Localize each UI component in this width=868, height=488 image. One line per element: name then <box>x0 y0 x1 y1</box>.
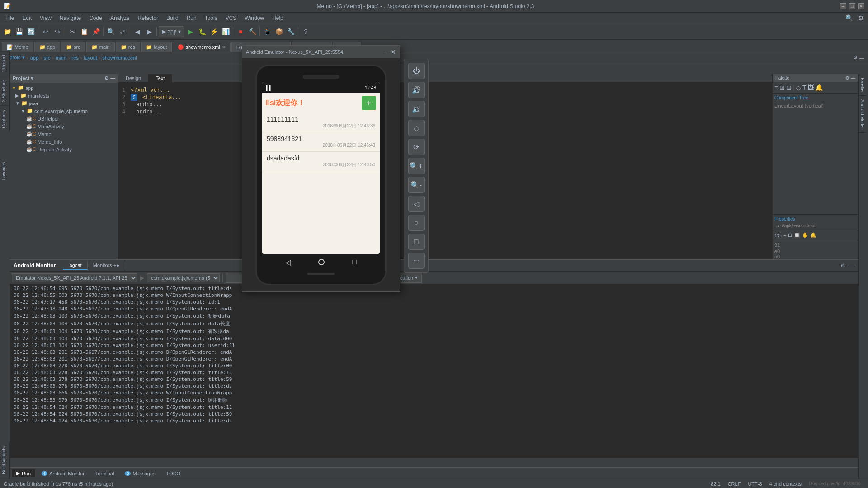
home-button[interactable]: ○ <box>408 215 425 231</box>
add-memo-button[interactable]: + <box>362 96 376 110</box>
copy-button[interactable]: 📋 <box>79 26 90 37</box>
breadcrumb-showmemo[interactable]: showmemo.xml <box>103 55 137 61</box>
back-button[interactable]: ◁ <box>408 196 425 212</box>
power-button[interactable]: ⏻ <box>408 63 425 79</box>
menu-help[interactable]: Help <box>269 14 287 22</box>
memo-item-3[interactable]: dsadadasfd 2018年06月22日 12:46:50 <box>262 152 380 171</box>
maximize-button[interactable]: □ <box>849 3 855 9</box>
run-config-dropdown[interactable]: ▶ app ▾ <box>159 26 184 37</box>
monitor-collapse[interactable]: — <box>849 263 854 269</box>
breadcrumb-src[interactable]: src <box>44 55 51 61</box>
tree-item-mainactivity[interactable]: ☕C MainActivity <box>10 122 118 130</box>
memo-item-1[interactable]: 111111111 2018年06月22日 12:46:36 <box>262 113 380 132</box>
device-select[interactable]: Emulator Nexus_5X_API_25 Android 7.1.1, … <box>12 273 137 282</box>
project-settings[interactable]: ⚙ — <box>104 75 115 81</box>
breadcrumb-settings[interactable]: ⚙ <box>853 55 858 61</box>
minimize-button[interactable]: ─ <box>840 3 846 9</box>
sdk-manager-button[interactable]: 📦 <box>274 26 284 37</box>
notification-icon[interactable]: 🔔 <box>810 232 816 238</box>
emulator-minimize-btn[interactable]: ─ <box>385 48 389 56</box>
menu-build[interactable]: Build <box>163 14 182 22</box>
palette-settings[interactable]: ⚙ — <box>845 75 855 80</box>
paste-button[interactable]: 📌 <box>90 26 101 37</box>
undo-button[interactable]: ↩ <box>40 26 51 37</box>
home-nav-button[interactable] <box>318 259 325 265</box>
tree-item-manifests[interactable]: ▶ 📁 manifests <box>10 92 118 99</box>
design-tab-design[interactable]: Design <box>118 74 148 82</box>
back-nav-button[interactable]: ◀ <box>132 26 143 37</box>
menu-run[interactable]: Run <box>183 14 200 22</box>
build-variants-tab[interactable]: Build Variants <box>0 443 10 479</box>
bottom-tab-messages[interactable]: 0 Messages <box>120 470 160 477</box>
breadcrumb-res[interactable]: res <box>72 55 79 61</box>
breadcrumb-main[interactable]: main <box>56 55 66 61</box>
more-button[interactable]: ··· <box>408 253 425 269</box>
tab-showmemo[interactable]: 🔴 showmemo.xml ✕ <box>173 42 230 52</box>
tree-item-root[interactable]: ▼ 📁 app <box>10 84 118 92</box>
vtab-structure[interactable]: 2:Structure <box>0 76 9 106</box>
search-everywhere-button[interactable]: 🔍 <box>844 13 854 23</box>
component-root[interactable]: LinearLayout (vertical) <box>774 102 856 109</box>
bottom-tab-terminal[interactable]: Terminal <box>91 470 119 477</box>
emulator-close-button[interactable]: ✕ <box>391 48 396 56</box>
cut-button[interactable]: ✂ <box>67 26 78 37</box>
vtab-project[interactable]: 1:Project <box>0 51 9 76</box>
zoom-in-button[interactable]: 🔍+ <box>408 158 425 174</box>
toolbar-save-btn[interactable]: 💾 <box>14 26 24 37</box>
palette-icon-list[interactable]: ≡ <box>774 84 778 91</box>
palette-icon-bell[interactable]: 🔔 <box>815 84 823 91</box>
menu-edit[interactable]: Edit <box>19 14 35 22</box>
vtab-favorites[interactable]: Favorites <box>0 158 8 184</box>
vtab-android-model[interactable]: Android Model <box>859 96 866 132</box>
tree-item-java[interactable]: ▼ 📁 java <box>10 99 118 107</box>
tree-item-memo[interactable]: ☕C Memo <box>10 130 118 138</box>
menu-refactor[interactable]: Refactor <box>134 14 162 22</box>
monitor-settings[interactable]: ⚙ <box>840 263 845 269</box>
help-button[interactable]: ? <box>300 26 311 37</box>
menu-vcs[interactable]: VCS <box>222 14 241 22</box>
more-tools-button[interactable]: 🔧 <box>285 26 296 37</box>
menu-tools[interactable]: Tools <box>201 14 221 22</box>
close-button[interactable]: ✕ <box>858 3 864 9</box>
tab-src[interactable]: 📁 src <box>61 42 85 52</box>
tab-layout[interactable]: 📁 layout <box>141 42 172 52</box>
breadcrumb-layout[interactable]: layout <box>84 55 97 61</box>
recent-nav-icon[interactable]: □ <box>353 258 357 266</box>
bottom-tab-run[interactable]: ▶ Run <box>12 469 35 477</box>
build-btn2[interactable]: 🔨 <box>247 26 258 37</box>
replace-button[interactable]: ⇄ <box>117 26 128 37</box>
vtab-palette[interactable]: Palette <box>859 74 866 96</box>
monitor-tab-monitors[interactable]: Monitors +● <box>88 262 125 270</box>
rotate-button[interactable]: ⟳ <box>408 139 425 155</box>
tab-res[interactable]: 📁 res <box>116 42 140 52</box>
tree-item-dbhelper[interactable]: ☕C DBHelper <box>10 115 118 122</box>
profile-button[interactable]: 📊 <box>220 26 231 37</box>
menu-analyze[interactable]: Analyze <box>107 14 133 22</box>
menu-window[interactable]: Window <box>241 14 268 22</box>
debug-button[interactable]: 🐛 <box>197 26 208 37</box>
palette-icon-text[interactable]: T <box>802 84 807 91</box>
build-variants-label[interactable]: Build Variants <box>0 443 8 478</box>
zoom-out-button[interactable]: 🔍- <box>408 177 425 193</box>
back-nav-icon[interactable]: ◁ <box>285 258 291 267</box>
design-tab-text[interactable]: Text <box>148 74 172 82</box>
avd-manager-button[interactable]: 📱 <box>262 26 273 37</box>
run-button[interactable]: ▶ <box>185 26 196 37</box>
menu-view[interactable]: View <box>36 14 55 22</box>
tree-item-package[interactable]: ▼ 📁 com.example.jsjx.memo <box>10 107 118 115</box>
package-select[interactable]: com.example.jsjx.memo (5 <box>147 273 220 282</box>
toolbar-project-btn[interactable]: 📁 <box>2 26 13 37</box>
erase-button[interactable]: ◇ <box>408 120 425 136</box>
breadcrumb-collapse[interactable]: — <box>859 55 864 61</box>
palette-icon-eraser[interactable]: ◇ <box>796 84 801 91</box>
tree-item-registeractivity[interactable]: ☕C RegisterActivity <box>10 145 118 153</box>
tab-app[interactable]: 📁 app <box>34 42 60 52</box>
stop-button[interactable]: ■ <box>235 26 246 37</box>
vtab-captures[interactable]: Captures <box>0 106 9 132</box>
palette-icon-grid2[interactable]: ⊟ <box>786 84 792 91</box>
memo-item-2[interactable]: 5988941321 2018年06月22日 12:46:43 <box>262 132 380 152</box>
breadcrumb-app[interactable]: app <box>30 55 38 61</box>
zoom-in-icon[interactable]: + <box>783 233 786 238</box>
coverage-button[interactable]: ⚡ <box>208 26 219 37</box>
zoom-out-icon[interactable]: 🔲 <box>794 232 800 238</box>
